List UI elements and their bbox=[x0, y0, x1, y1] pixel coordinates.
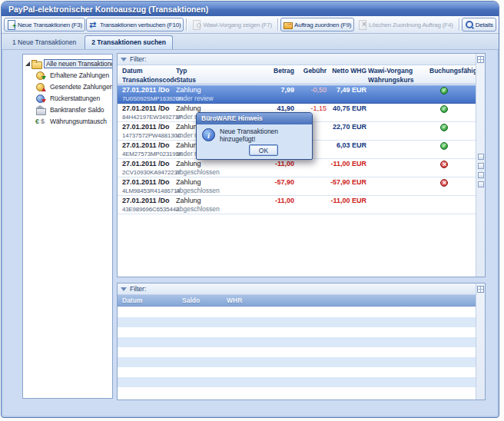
cell-buchungsfaehig bbox=[429, 196, 476, 206]
cell-gebuehr: -0,50 bbox=[296, 85, 328, 95]
tab-2[interactable]: 2 Transaktionen suchen bbox=[85, 35, 173, 49]
cell-buchungsfaehig bbox=[429, 141, 476, 151]
expander-icon[interactable] bbox=[25, 61, 30, 66]
transaction-row[interactable]: 27.01.2011 /DoZahlung7,99-0,507,49 EUR7U… bbox=[118, 85, 476, 104]
ok-button[interactable]: OK bbox=[249, 144, 278, 156]
side-rail bbox=[476, 54, 485, 277]
column-header-line2: Währungskurs bbox=[368, 75, 429, 84]
transaction-row[interactable]: 27.01.2011 /DoZahlung-11,00-11,00 EUR43E… bbox=[118, 196, 476, 214]
filter-label: Filter: bbox=[130, 55, 146, 63]
filter-row: Filter: bbox=[118, 283, 476, 295]
column-header-line2: Status bbox=[176, 75, 257, 84]
transaction-row[interactable]: 27.01.2011 /DoZahlung-57,90-57,90 EUR4LM… bbox=[118, 177, 476, 196]
post-transactions-button[interactable]: Transaktionen verbuchen (F10) bbox=[86, 18, 184, 31]
tree-item-label: Gesendete Zahlungen bbox=[48, 82, 113, 91]
cell-transaktionscode: 14737572PW488130C bbox=[122, 132, 176, 140]
folder-icon bbox=[32, 59, 42, 68]
transaction-row-line2: 7U0S092SMP163920Nunder review bbox=[118, 95, 476, 103]
rail-tool-icon[interactable] bbox=[478, 181, 484, 187]
rail-tool-icon[interactable] bbox=[478, 163, 484, 169]
saldo-column-header-whr[interactable]: WHR bbox=[227, 295, 273, 307]
column-header-netto-whg[interactable]: Netto WHG bbox=[328, 65, 368, 84]
empty-row bbox=[118, 367, 476, 377]
column-header-wawi-vorgang[interactable]: Wawi-VorgangWährungskurs bbox=[368, 65, 429, 84]
transaction-tree: Alle neuen TransaktionenErhaltene Zahlun… bbox=[22, 54, 113, 399]
saldo-column-header-saldo[interactable]: Saldo bbox=[182, 295, 227, 307]
transaction-row-line2: 2CV10930KA9472237abgeschlossen bbox=[118, 169, 476, 177]
tree-item-label: Währungsumtausch bbox=[48, 117, 109, 126]
column-header-buchungsfähig[interactable]: Buchungsfähig bbox=[429, 65, 476, 84]
tab-1[interactable]: 1 Neue Transaktionen bbox=[5, 35, 83, 49]
cell-datum: 27.01.2011 /Do bbox=[122, 104, 176, 114]
empty-row bbox=[118, 357, 476, 367]
cell-status: under review bbox=[176, 95, 257, 103]
hinweis-dialog: BüroWARE Hinweis Neue Transaktionen hinz… bbox=[196, 112, 313, 160]
transaction-row-line1: 27.01.2011 /DoZahlung-11,00-11,00 EUR bbox=[118, 159, 476, 169]
tree-item-label: Alle neuen Transaktionen bbox=[44, 59, 113, 68]
app-window: PayPal-elektronischer Kontoauszug (Trans… bbox=[1, 1, 499, 418]
column-header-betrag[interactable]: Betrag bbox=[257, 65, 296, 84]
cell-transaktionscode: 4EM27573MP023193K bbox=[122, 151, 176, 158]
column-header-line1: Betrag bbox=[257, 66, 294, 75]
tree-item-banktransfer-saldo[interactable]: Banktransfer Saldo bbox=[23, 104, 112, 115]
titlebar[interactable]: PayPal-elektronischer Kontoauszug (Trans… bbox=[2, 2, 499, 16]
tree-item-erhaltene-zahlungen[interactable]: Erhaltene Zahlungen bbox=[23, 69, 112, 81]
tree-item-währungsumtausch[interactable]: Währungsumtausch bbox=[23, 115, 112, 127]
toolbar-separator bbox=[186, 18, 187, 31]
blocked-icon bbox=[440, 161, 448, 168]
column-header-gebühr[interactable]: Gebühr bbox=[296, 65, 328, 84]
dialog-message: Neue Transaktionen hinzugefügt! bbox=[220, 128, 307, 143]
cell-datum: 27.01.2011 /Do bbox=[122, 196, 176, 206]
rail-tool-icon[interactable] bbox=[478, 154, 484, 160]
column-header-line1: Wawi-Vorgang bbox=[368, 66, 429, 75]
column-header-typ[interactable]: TypStatus bbox=[176, 65, 257, 84]
toolbar-button-label: Neue Transaktionen (F3) bbox=[18, 22, 82, 28]
cell-datum: 27.01.2011 /Do bbox=[122, 177, 176, 187]
side-rail bbox=[476, 283, 485, 399]
toolbar-button-label: Details bbox=[476, 22, 493, 28]
show-wawi-button: Wawi-Vorgang zeigen (F7) bbox=[189, 18, 275, 31]
tree-item-label: Banktransfer Saldo bbox=[48, 105, 107, 114]
filter-label: Filter: bbox=[130, 285, 146, 293]
transaction-row-line2: 43E989696C6535442abgeschlossen bbox=[118, 206, 476, 214]
empty-row bbox=[118, 387, 476, 397]
new-transactions-button[interactable]: Neue Transaktionen (F3) bbox=[4, 18, 85, 31]
cell-datum: 27.01.2011 /Do bbox=[122, 141, 176, 151]
cell-buchungsfaehig bbox=[429, 104, 476, 114]
saldo-column-header-datum[interactable]: Datum bbox=[122, 295, 182, 307]
transaction-row-line2: 4LM98453R41486714abgeschlossen bbox=[118, 187, 476, 195]
transactions-panel: Filter: DatumTransaktionscodeTypStatusBe… bbox=[117, 53, 486, 277]
cell-datum: 27.01.2011 /Do bbox=[122, 122, 176, 132]
new-transactions-icon bbox=[7, 20, 16, 30]
bank-icon bbox=[35, 105, 46, 114]
dialog-title[interactable]: BüroWARE Hinweis bbox=[197, 113, 312, 124]
table-header: DatumTransaktionscodeTypStatusBetragGebü… bbox=[118, 65, 476, 85]
check-icon bbox=[440, 124, 448, 131]
details-button[interactable]: Details bbox=[462, 18, 496, 31]
toolbar: Neue Transaktionen (F3)Transaktionen ver… bbox=[2, 16, 499, 34]
transaction-row-line1: 27.01.2011 /DoZahlung-11,00-11,00 EUR bbox=[118, 196, 476, 206]
toolbar-button-label: Auftrag zuordnen (F9) bbox=[294, 22, 351, 28]
tree-item-gesendete-zahlungen[interactable]: Gesendete Zahlungen bbox=[23, 81, 112, 92]
tree-item-rückerstattungen[interactable]: Rückerstattungen bbox=[23, 92, 112, 104]
rail-tool-icon[interactable] bbox=[478, 172, 484, 178]
cell-buchungsfaehig bbox=[429, 159, 476, 169]
cell-netto: 6,03 EUR bbox=[328, 141, 368, 151]
delete-assignment-icon bbox=[358, 20, 367, 30]
tree-item-alle-neuen-transaktionen[interactable]: Alle neuen Transaktionen bbox=[23, 58, 112, 69]
cell-wawi-vorgang bbox=[368, 104, 429, 114]
cell-buchungsfaehig bbox=[429, 85, 476, 95]
details-icon bbox=[465, 20, 474, 30]
cell-status: abgeschlossen bbox=[176, 169, 257, 177]
empty-row bbox=[118, 327, 476, 337]
cell-gebuehr bbox=[296, 196, 328, 206]
grid-icon[interactable] bbox=[477, 286, 484, 293]
assign-order-button[interactable]: Auftrag zuordnen (F9) bbox=[280, 18, 354, 31]
grid-icon[interactable] bbox=[477, 56, 484, 63]
column-header-datum[interactable]: DatumTransaktionscode bbox=[122, 65, 176, 84]
transaction-row[interactable]: 27.01.2011 /DoZahlung-11,00-11,00 EUR2CV… bbox=[118, 159, 476, 177]
cell-datum: 27.01.2011 /Do bbox=[122, 85, 176, 95]
cell-transaktionscode: 4LM98453R41486714 bbox=[122, 187, 176, 195]
column-header-line1: Typ bbox=[176, 66, 257, 75]
column-header-line1: Datum bbox=[122, 66, 176, 75]
